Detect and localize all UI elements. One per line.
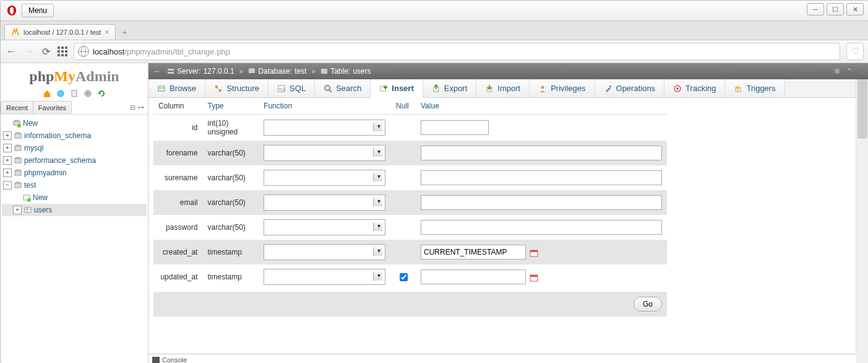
value-input[interactable] (421, 245, 526, 260)
go-bar: Go (153, 292, 667, 317)
console-bar[interactable]: Console (148, 354, 856, 363)
window-controls: ─ ☐ ✕ (807, 3, 864, 15)
tree-new-table[interactable]: New (2, 191, 147, 204)
svg-point-1 (10, 7, 14, 14)
function-select[interactable] (264, 269, 385, 285)
tab-close-icon[interactable]: × (105, 28, 109, 37)
url-text[interactable]: localhost/phpmyadmin/tbl_change.php (93, 47, 836, 56)
column-name: surename (153, 165, 202, 190)
tab-browse[interactable]: Browse (148, 79, 205, 97)
expand-icon[interactable]: + (3, 144, 12, 152)
browser-tab[interactable]: localhost / 127.0.0.1 / test × (4, 24, 116, 40)
tab-sql[interactable]: SQLSQL (269, 79, 315, 97)
tree-item-label: users (34, 206, 52, 214)
svg-point-20 (27, 198, 31, 202)
tab-search[interactable]: Search (315, 79, 371, 97)
breadcrumb-tools: ✲ ⌃ (834, 67, 853, 76)
forward-button: → (23, 46, 34, 57)
new-tab-button[interactable]: + (116, 25, 133, 40)
tab-insert[interactable]: Insert (371, 79, 423, 98)
insert-row-id: idint(10) unsigned (153, 115, 667, 141)
tree-db-mysql[interactable]: +mysql (2, 142, 147, 154)
home-icon[interactable] (42, 89, 52, 98)
reload-button[interactable]: ⟳ (40, 46, 51, 58)
back-button[interactable]: ← (6, 46, 17, 57)
calendar-icon[interactable] (530, 248, 538, 257)
value-input[interactable] (421, 220, 662, 235)
column-name: updated_at (153, 265, 202, 289)
tab-structure[interactable]: Structure (205, 79, 269, 97)
insert-row-updated_at: updated_attimestamp (153, 265, 667, 289)
value-input[interactable] (421, 269, 526, 284)
tree-item-label: mysql (24, 144, 43, 152)
crumb-server[interactable]: Server: 127.0.0.1 (167, 67, 234, 76)
svg-rect-44 (609, 85, 611, 87)
value-input[interactable] (421, 120, 489, 135)
console-icon (152, 357, 160, 363)
tab-tracking[interactable]: Tracking (664, 79, 725, 97)
crumb-database[interactable]: Database: test (248, 67, 306, 76)
logout-icon[interactable] (56, 89, 66, 98)
sidebar-quick-icons (1, 86, 148, 101)
tab-export[interactable]: Export (423, 79, 477, 97)
menu-button[interactable]: Menu (22, 4, 54, 17)
tree-db-information_schema[interactable]: +information_schema (2, 129, 147, 142)
header-function[interactable]: Function (259, 98, 391, 115)
function-select[interactable] (264, 244, 385, 260)
breadcrumb-collapse-icon[interactable]: ← (153, 67, 161, 76)
browser-tab-title: localhost / 127.0.0.1 / test (24, 28, 101, 36)
sidebar-collapse-icon[interactable]: ⊟ ⊶ (126, 101, 148, 114)
tab-privileges[interactable]: Privileges (530, 79, 595, 97)
collapse-icon[interactable]: − (3, 181, 12, 190)
function-select[interactable] (264, 170, 385, 186)
close-button[interactable]: ✕ (846, 3, 864, 15)
expand-icon[interactable]: + (3, 168, 12, 177)
phpmyadmin-favicon-icon (11, 28, 20, 37)
operations-icon (604, 84, 612, 93)
sidebar: phpMyAdmin Recent Favorites ⊟ ⊶ New (1, 63, 148, 363)
value-input[interactable] (421, 195, 662, 210)
function-select[interactable] (264, 195, 385, 211)
tree-table-users[interactable]: + users (2, 204, 147, 216)
opera-icon (6, 4, 18, 17)
tab-triggers[interactable]: Triggers (725, 79, 784, 97)
tree-db-performance_schema[interactable]: +performance_schema (2, 154, 147, 167)
import-icon (485, 84, 494, 93)
go-button[interactable]: Go (634, 297, 662, 312)
expand-icon[interactable]: + (3, 131, 12, 140)
svg-rect-16 (15, 171, 21, 175)
value-input[interactable] (421, 170, 662, 185)
tree-new-db[interactable]: New (2, 117, 147, 129)
tree-db-test[interactable]: − test (2, 179, 147, 191)
function-select[interactable] (264, 120, 385, 136)
tab-operations[interactable]: Operations (595, 79, 665, 97)
docs-icon[interactable] (69, 89, 79, 98)
scrollbar[interactable] (856, 63, 868, 363)
settings-icon[interactable] (83, 89, 93, 98)
expand-icon[interactable]: + (13, 206, 22, 214)
function-select[interactable] (264, 219, 385, 235)
function-select[interactable] (264, 145, 385, 161)
svg-point-43 (541, 85, 544, 89)
maximize-button[interactable]: ☐ (827, 3, 844, 15)
page-settings-icon[interactable]: ✲ (834, 67, 840, 76)
main-panel: ← Server: 127.0.0.1 » Database: test » T… (148, 63, 868, 363)
recent-tab[interactable]: Recent (1, 101, 33, 114)
tab-import[interactable]: Import (476, 79, 530, 97)
expand-icon[interactable]: + (3, 156, 12, 165)
page-up-icon[interactable]: ⌃ (846, 67, 853, 76)
bookmark-button[interactable]: ♡ (846, 43, 864, 60)
calendar-icon[interactable] (530, 273, 538, 282)
tree-db-phpmyadmin[interactable]: +phpmyadmin (2, 167, 147, 179)
privileges-icon (538, 84, 547, 93)
header-type[interactable]: Type (202, 98, 259, 115)
null-checkbox[interactable] (400, 273, 408, 281)
minimize-button[interactable]: ─ (807, 3, 824, 15)
database-icon (14, 144, 22, 152)
speed-dial-button[interactable] (58, 46, 67, 56)
favorites-tab[interactable]: Favorites (33, 101, 72, 114)
reload-tree-icon[interactable] (97, 89, 106, 98)
value-input[interactable] (421, 146, 662, 160)
url-field[interactable]: localhost/phpmyadmin/tbl_change.php (74, 43, 840, 60)
crumb-table[interactable]: Table: users (320, 67, 371, 76)
